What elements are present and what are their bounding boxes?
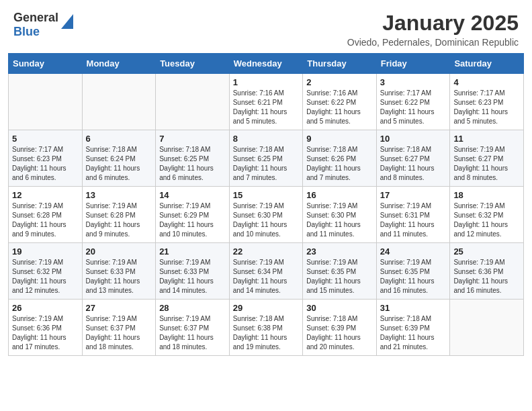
day-number: 9	[306, 134, 373, 144]
logo-text: General Blue	[13, 11, 58, 39]
logo-general: General	[13, 11, 58, 24]
day-number: 27	[86, 303, 152, 313]
day-info: Sunrise: 7:19 AMSunset: 6:35 PMDaylight:…	[306, 258, 373, 295]
day-cell: 20Sunrise: 7:19 AMSunset: 6:33 PMDayligh…	[82, 243, 156, 300]
day-cell: 24Sunrise: 7:19 AMSunset: 6:35 PMDayligh…	[376, 243, 450, 300]
header: General Blue January 2025 Oviedo, Pedern…	[0, 0, 532, 53]
day-info: Sunrise: 7:19 AMSunset: 6:28 PMDaylight:…	[86, 201, 152, 239]
day-info: Sunrise: 7:19 AMSunset: 6:37 PMDaylight:…	[159, 314, 226, 352]
day-number: 17	[380, 190, 447, 200]
day-header-tuesday: Tuesday	[156, 54, 230, 74]
header-row: SundayMondayTuesdayWednesdayThursdayFrid…	[9, 54, 524, 74]
day-number: 15	[233, 190, 300, 200]
day-number: 6	[86, 134, 152, 144]
day-cell: 5Sunrise: 7:17 AMSunset: 6:23 PMDaylight…	[9, 130, 83, 187]
day-cell: 1Sunrise: 7:16 AMSunset: 6:21 PMDaylight…	[229, 74, 303, 130]
day-number: 22	[233, 246, 300, 257]
logo: General Blue	[13, 11, 73, 39]
day-info: Sunrise: 7:18 AMSunset: 6:39 PMDaylight:…	[306, 314, 373, 352]
day-info: Sunrise: 7:17 AMSunset: 6:23 PMDaylight:…	[12, 145, 79, 183]
title-section: January 2025 Oviedo, Pedernales, Dominic…	[347, 11, 519, 48]
day-number: 13	[86, 190, 152, 200]
day-cell: 25Sunrise: 7:19 AMSunset: 6:36 PMDayligh…	[450, 243, 524, 300]
day-number: 11	[453, 134, 520, 144]
day-number: 26	[12, 303, 79, 313]
day-cell: 21Sunrise: 7:19 AMSunset: 6:33 PMDayligh…	[156, 243, 230, 300]
day-info: Sunrise: 7:17 AMSunset: 6:23 PMDaylight:…	[453, 89, 520, 126]
day-info: Sunrise: 7:16 AMSunset: 6:21 PMDaylight:…	[233, 89, 300, 126]
week-row-3: 12Sunrise: 7:19 AMSunset: 6:28 PMDayligh…	[9, 187, 524, 243]
day-cell: 19Sunrise: 7:19 AMSunset: 6:32 PMDayligh…	[9, 243, 83, 300]
calendar-table: SundayMondayTuesdayWednesdayThursdayFrid…	[8, 53, 524, 356]
day-cell: 15Sunrise: 7:19 AMSunset: 6:30 PMDayligh…	[229, 187, 303, 243]
day-cell: 18Sunrise: 7:19 AMSunset: 6:32 PMDayligh…	[450, 187, 524, 243]
day-info: Sunrise: 7:18 AMSunset: 6:39 PMDaylight:…	[380, 314, 447, 352]
day-cell	[450, 300, 524, 356]
logo-icon	[61, 14, 73, 29]
week-row-2: 5Sunrise: 7:17 AMSunset: 6:23 PMDaylight…	[9, 130, 524, 187]
day-info: Sunrise: 7:19 AMSunset: 6:32 PMDaylight:…	[453, 201, 520, 239]
day-cell: 9Sunrise: 7:18 AMSunset: 6:26 PMDaylight…	[303, 130, 377, 187]
day-number: 7	[159, 134, 226, 144]
day-cell: 17Sunrise: 7:19 AMSunset: 6:31 PMDayligh…	[376, 187, 450, 243]
day-cell: 31Sunrise: 7:18 AMSunset: 6:39 PMDayligh…	[376, 300, 450, 356]
day-info: Sunrise: 7:18 AMSunset: 6:25 PMDaylight:…	[159, 145, 226, 183]
day-number: 19	[12, 246, 79, 257]
day-header-monday: Monday	[82, 54, 156, 74]
day-cell	[156, 74, 230, 130]
day-info: Sunrise: 7:19 AMSunset: 6:30 PMDaylight:…	[233, 201, 300, 239]
day-cell: 11Sunrise: 7:19 AMSunset: 6:27 PMDayligh…	[450, 130, 524, 187]
page-container: General Blue January 2025 Oviedo, Pedern…	[0, 0, 532, 364]
day-info: Sunrise: 7:16 AMSunset: 6:22 PMDaylight:…	[306, 89, 373, 126]
day-number: 18	[453, 190, 520, 200]
calendar-wrapper: SundayMondayTuesdayWednesdayThursdayFrid…	[0, 53, 532, 364]
day-cell: 14Sunrise: 7:19 AMSunset: 6:29 PMDayligh…	[156, 187, 230, 243]
day-info: Sunrise: 7:19 AMSunset: 6:35 PMDaylight:…	[380, 258, 447, 295]
month-title: January 2025	[347, 11, 519, 36]
day-info: Sunrise: 7:19 AMSunset: 6:33 PMDaylight:…	[159, 258, 226, 295]
day-number: 4	[453, 77, 520, 87]
day-cell	[82, 74, 156, 130]
day-number: 3	[380, 77, 447, 87]
day-cell: 10Sunrise: 7:18 AMSunset: 6:27 PMDayligh…	[376, 130, 450, 187]
day-cell: 4Sunrise: 7:17 AMSunset: 6:23 PMDaylight…	[450, 74, 524, 130]
day-cell: 26Sunrise: 7:19 AMSunset: 6:36 PMDayligh…	[9, 300, 83, 356]
day-number: 5	[12, 134, 79, 144]
day-cell: 30Sunrise: 7:18 AMSunset: 6:39 PMDayligh…	[303, 300, 377, 356]
day-info: Sunrise: 7:19 AMSunset: 6:28 PMDaylight:…	[12, 201, 79, 239]
day-cell: 27Sunrise: 7:19 AMSunset: 6:37 PMDayligh…	[82, 300, 156, 356]
week-row-1: 1Sunrise: 7:16 AMSunset: 6:21 PMDaylight…	[9, 74, 524, 130]
day-cell: 16Sunrise: 7:19 AMSunset: 6:30 PMDayligh…	[303, 187, 377, 243]
day-cell: 29Sunrise: 7:18 AMSunset: 6:38 PMDayligh…	[229, 300, 303, 356]
day-cell: 7Sunrise: 7:18 AMSunset: 6:25 PMDaylight…	[156, 130, 230, 187]
day-info: Sunrise: 7:19 AMSunset: 6:33 PMDaylight:…	[86, 258, 152, 295]
day-number: 10	[380, 134, 447, 144]
week-row-4: 19Sunrise: 7:19 AMSunset: 6:32 PMDayligh…	[9, 243, 524, 300]
day-cell: 28Sunrise: 7:19 AMSunset: 6:37 PMDayligh…	[156, 300, 230, 356]
day-info: Sunrise: 7:18 AMSunset: 6:24 PMDaylight:…	[86, 145, 152, 183]
day-cell: 6Sunrise: 7:18 AMSunset: 6:24 PMDaylight…	[82, 130, 156, 187]
day-info: Sunrise: 7:19 AMSunset: 6:34 PMDaylight:…	[233, 258, 300, 295]
day-info: Sunrise: 7:19 AMSunset: 6:29 PMDaylight:…	[159, 201, 226, 239]
day-number: 25	[453, 246, 520, 257]
day-number: 30	[306, 303, 373, 313]
svg-marker-0	[61, 14, 73, 29]
day-number: 28	[159, 303, 226, 313]
day-info: Sunrise: 7:19 AMSunset: 6:31 PMDaylight:…	[380, 201, 447, 239]
subtitle: Oviedo, Pedernales, Dominican Republic	[347, 37, 519, 48]
week-row-5: 26Sunrise: 7:19 AMSunset: 6:36 PMDayligh…	[9, 300, 524, 356]
day-info: Sunrise: 7:19 AMSunset: 6:32 PMDaylight:…	[12, 258, 79, 295]
day-cell: 13Sunrise: 7:19 AMSunset: 6:28 PMDayligh…	[82, 187, 156, 243]
day-info: Sunrise: 7:18 AMSunset: 6:38 PMDaylight:…	[233, 314, 300, 352]
logo-blue: Blue	[13, 25, 40, 38]
day-number: 31	[380, 303, 447, 313]
day-cell: 2Sunrise: 7:16 AMSunset: 6:22 PMDaylight…	[303, 74, 377, 130]
day-number: 21	[159, 246, 226, 257]
day-cell: 23Sunrise: 7:19 AMSunset: 6:35 PMDayligh…	[303, 243, 377, 300]
day-number: 12	[12, 190, 79, 200]
day-info: Sunrise: 7:19 AMSunset: 6:36 PMDaylight:…	[453, 258, 520, 295]
day-number: 2	[306, 77, 373, 87]
day-info: Sunrise: 7:18 AMSunset: 6:26 PMDaylight:…	[306, 145, 373, 183]
day-info: Sunrise: 7:18 AMSunset: 6:27 PMDaylight:…	[380, 145, 447, 183]
day-info: Sunrise: 7:19 AMSunset: 6:37 PMDaylight:…	[86, 314, 152, 352]
